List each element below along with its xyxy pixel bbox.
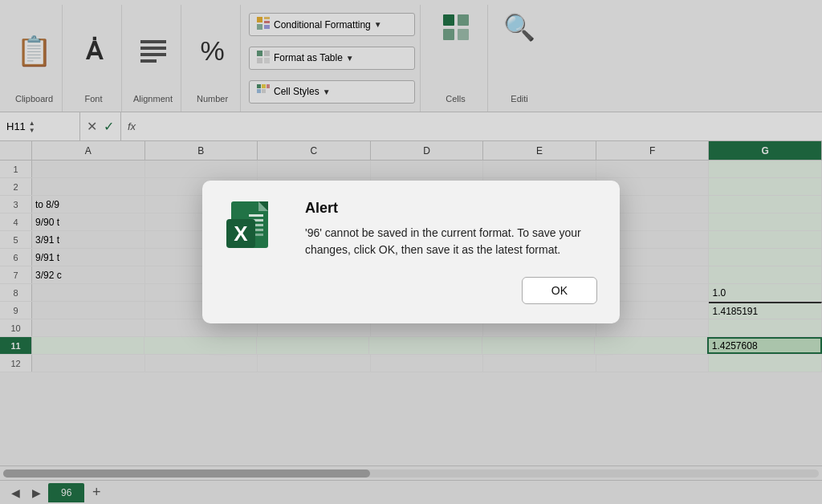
svg-rect-25 [249,214,263,217]
dialog-content: X Alert '96' cannot be saved in the curr… [225,200,597,264]
dialog-text-area: Alert '96' cannot be saved in the curren… [305,200,597,258]
dialog-overlay: X Alert '96' cannot be saved in the curr… [0,0,822,504]
dialog-ok-button[interactable]: OK [522,277,597,304]
dialog-title: Alert [305,200,597,217]
alert-dialog: X Alert '96' cannot be saved in the curr… [202,181,620,323]
dialog-footer: OK [225,277,597,304]
svg-text:X: X [234,222,248,246]
dialog-message: '96' cannot be saved in the current form… [305,225,597,258]
excel-logo: X [225,200,289,264]
